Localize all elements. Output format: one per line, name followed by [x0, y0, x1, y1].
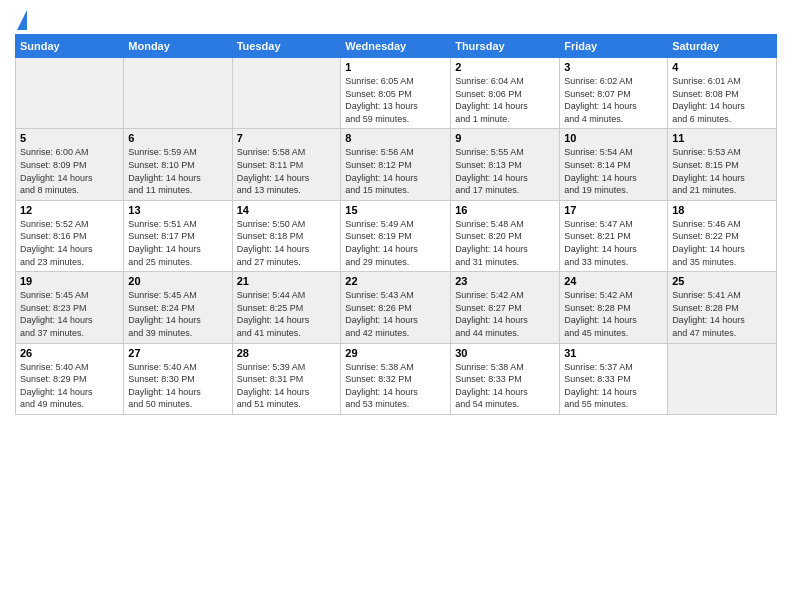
col-sunday: Sunday — [16, 35, 124, 58]
day-number: 15 — [345, 204, 446, 216]
day-info: Sunrise: 5:43 AM Sunset: 8:26 PM Dayligh… — [345, 289, 446, 339]
calendar-cell — [232, 58, 341, 129]
day-number: 21 — [237, 275, 337, 287]
day-number: 12 — [20, 204, 119, 216]
calendar-cell: 22Sunrise: 5:43 AM Sunset: 8:26 PM Dayli… — [341, 272, 451, 343]
col-friday: Friday — [560, 35, 668, 58]
day-number: 7 — [237, 132, 337, 144]
day-number: 11 — [672, 132, 772, 144]
calendar-cell: 21Sunrise: 5:44 AM Sunset: 8:25 PM Dayli… — [232, 272, 341, 343]
day-info: Sunrise: 5:52 AM Sunset: 8:16 PM Dayligh… — [20, 218, 119, 268]
calendar-cell: 31Sunrise: 5:37 AM Sunset: 8:33 PM Dayli… — [560, 343, 668, 414]
day-number: 16 — [455, 204, 555, 216]
day-number: 23 — [455, 275, 555, 287]
day-number: 26 — [20, 347, 119, 359]
calendar-cell: 15Sunrise: 5:49 AM Sunset: 8:19 PM Dayli… — [341, 200, 451, 271]
day-info: Sunrise: 6:00 AM Sunset: 8:09 PM Dayligh… — [20, 146, 119, 196]
day-info: Sunrise: 6:02 AM Sunset: 8:07 PM Dayligh… — [564, 75, 663, 125]
calendar-cell: 12Sunrise: 5:52 AM Sunset: 8:16 PM Dayli… — [16, 200, 124, 271]
calendar-cell: 25Sunrise: 5:41 AM Sunset: 8:28 PM Dayli… — [668, 272, 777, 343]
day-number: 27 — [128, 347, 227, 359]
day-number: 2 — [455, 61, 555, 73]
day-info: Sunrise: 5:42 AM Sunset: 8:27 PM Dayligh… — [455, 289, 555, 339]
calendar-table: Sunday Monday Tuesday Wednesday Thursday… — [15, 34, 777, 415]
day-info: Sunrise: 5:44 AM Sunset: 8:25 PM Dayligh… — [237, 289, 337, 339]
calendar-cell: 28Sunrise: 5:39 AM Sunset: 8:31 PM Dayli… — [232, 343, 341, 414]
day-info: Sunrise: 6:01 AM Sunset: 8:08 PM Dayligh… — [672, 75, 772, 125]
day-number: 30 — [455, 347, 555, 359]
col-wednesday: Wednesday — [341, 35, 451, 58]
calendar-cell: 27Sunrise: 5:40 AM Sunset: 8:30 PM Dayli… — [124, 343, 232, 414]
calendar-cell: 5Sunrise: 6:00 AM Sunset: 8:09 PM Daylig… — [16, 129, 124, 200]
day-info: Sunrise: 5:58 AM Sunset: 8:11 PM Dayligh… — [237, 146, 337, 196]
calendar-cell: 1Sunrise: 6:05 AM Sunset: 8:05 PM Daylig… — [341, 58, 451, 129]
day-number: 3 — [564, 61, 663, 73]
col-saturday: Saturday — [668, 35, 777, 58]
day-info: Sunrise: 5:38 AM Sunset: 8:32 PM Dayligh… — [345, 361, 446, 411]
calendar-cell: 29Sunrise: 5:38 AM Sunset: 8:32 PM Dayli… — [341, 343, 451, 414]
day-number: 28 — [237, 347, 337, 359]
day-number: 8 — [345, 132, 446, 144]
day-number: 24 — [564, 275, 663, 287]
calendar-week-4: 19Sunrise: 5:45 AM Sunset: 8:23 PM Dayli… — [16, 272, 777, 343]
calendar-cell: 7Sunrise: 5:58 AM Sunset: 8:11 PM Daylig… — [232, 129, 341, 200]
day-info: Sunrise: 5:54 AM Sunset: 8:14 PM Dayligh… — [564, 146, 663, 196]
day-info: Sunrise: 5:42 AM Sunset: 8:28 PM Dayligh… — [564, 289, 663, 339]
calendar-cell: 4Sunrise: 6:01 AM Sunset: 8:08 PM Daylig… — [668, 58, 777, 129]
col-monday: Monday — [124, 35, 232, 58]
calendar-cell: 20Sunrise: 5:45 AM Sunset: 8:24 PM Dayli… — [124, 272, 232, 343]
calendar-cell: 10Sunrise: 5:54 AM Sunset: 8:14 PM Dayli… — [560, 129, 668, 200]
logo-triangle-icon — [17, 10, 27, 30]
day-number: 17 — [564, 204, 663, 216]
calendar-cell — [668, 343, 777, 414]
calendar-cell: 13Sunrise: 5:51 AM Sunset: 8:17 PM Dayli… — [124, 200, 232, 271]
calendar-cell — [16, 58, 124, 129]
day-number: 18 — [672, 204, 772, 216]
day-info: Sunrise: 5:47 AM Sunset: 8:21 PM Dayligh… — [564, 218, 663, 268]
calendar-cell: 24Sunrise: 5:42 AM Sunset: 8:28 PM Dayli… — [560, 272, 668, 343]
day-info: Sunrise: 5:40 AM Sunset: 8:29 PM Dayligh… — [20, 361, 119, 411]
day-info: Sunrise: 5:41 AM Sunset: 8:28 PM Dayligh… — [672, 289, 772, 339]
day-info: Sunrise: 5:45 AM Sunset: 8:24 PM Dayligh… — [128, 289, 227, 339]
day-number: 14 — [237, 204, 337, 216]
calendar-week-5: 26Sunrise: 5:40 AM Sunset: 8:29 PM Dayli… — [16, 343, 777, 414]
page-container: Sunday Monday Tuesday Wednesday Thursday… — [0, 0, 792, 425]
day-info: Sunrise: 5:39 AM Sunset: 8:31 PM Dayligh… — [237, 361, 337, 411]
day-info: Sunrise: 5:53 AM Sunset: 8:15 PM Dayligh… — [672, 146, 772, 196]
calendar-cell: 14Sunrise: 5:50 AM Sunset: 8:18 PM Dayli… — [232, 200, 341, 271]
calendar-cell: 11Sunrise: 5:53 AM Sunset: 8:15 PM Dayli… — [668, 129, 777, 200]
day-info: Sunrise: 5:45 AM Sunset: 8:23 PM Dayligh… — [20, 289, 119, 339]
day-info: Sunrise: 5:46 AM Sunset: 8:22 PM Dayligh… — [672, 218, 772, 268]
calendar-header-row: Sunday Monday Tuesday Wednesday Thursday… — [16, 35, 777, 58]
calendar-week-3: 12Sunrise: 5:52 AM Sunset: 8:16 PM Dayli… — [16, 200, 777, 271]
day-info: Sunrise: 6:04 AM Sunset: 8:06 PM Dayligh… — [455, 75, 555, 125]
day-number: 29 — [345, 347, 446, 359]
calendar-cell: 2Sunrise: 6:04 AM Sunset: 8:06 PM Daylig… — [451, 58, 560, 129]
col-tuesday: Tuesday — [232, 35, 341, 58]
day-info: Sunrise: 5:38 AM Sunset: 8:33 PM Dayligh… — [455, 361, 555, 411]
calendar-cell — [124, 58, 232, 129]
calendar-cell: 18Sunrise: 5:46 AM Sunset: 8:22 PM Dayli… — [668, 200, 777, 271]
day-number: 22 — [345, 275, 446, 287]
day-number: 10 — [564, 132, 663, 144]
calendar-cell: 23Sunrise: 5:42 AM Sunset: 8:27 PM Dayli… — [451, 272, 560, 343]
calendar-cell: 8Sunrise: 5:56 AM Sunset: 8:12 PM Daylig… — [341, 129, 451, 200]
logo — [15, 10, 27, 26]
calendar-week-1: 1Sunrise: 6:05 AM Sunset: 8:05 PM Daylig… — [16, 58, 777, 129]
calendar-cell: 6Sunrise: 5:59 AM Sunset: 8:10 PM Daylig… — [124, 129, 232, 200]
day-number: 4 — [672, 61, 772, 73]
calendar-cell: 16Sunrise: 5:48 AM Sunset: 8:20 PM Dayli… — [451, 200, 560, 271]
day-info: Sunrise: 5:49 AM Sunset: 8:19 PM Dayligh… — [345, 218, 446, 268]
day-info: Sunrise: 5:51 AM Sunset: 8:17 PM Dayligh… — [128, 218, 227, 268]
day-info: Sunrise: 5:50 AM Sunset: 8:18 PM Dayligh… — [237, 218, 337, 268]
day-number: 1 — [345, 61, 446, 73]
day-number: 9 — [455, 132, 555, 144]
day-info: Sunrise: 5:59 AM Sunset: 8:10 PM Dayligh… — [128, 146, 227, 196]
calendar-week-2: 5Sunrise: 6:00 AM Sunset: 8:09 PM Daylig… — [16, 129, 777, 200]
calendar-cell: 17Sunrise: 5:47 AM Sunset: 8:21 PM Dayli… — [560, 200, 668, 271]
calendar-cell: 26Sunrise: 5:40 AM Sunset: 8:29 PM Dayli… — [16, 343, 124, 414]
day-info: Sunrise: 6:05 AM Sunset: 8:05 PM Dayligh… — [345, 75, 446, 125]
day-info: Sunrise: 5:40 AM Sunset: 8:30 PM Dayligh… — [128, 361, 227, 411]
day-info: Sunrise: 5:55 AM Sunset: 8:13 PM Dayligh… — [455, 146, 555, 196]
day-number: 25 — [672, 275, 772, 287]
